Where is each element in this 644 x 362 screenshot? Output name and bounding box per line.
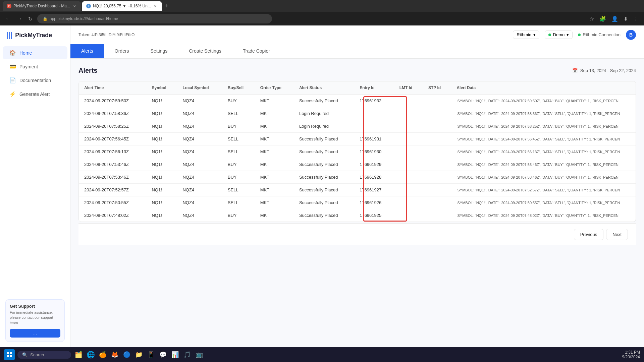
sidebar-nav: 🏠 Home 💳 Payment 📄 Documentation ⚡ Gener…	[0, 46, 70, 101]
tab-close-1[interactable]: ✕	[72, 4, 77, 8]
sidebar-item-payment[interactable]: 💳 Payment	[3, 60, 67, 73]
cell-buy-sell: BUY	[222, 158, 255, 171]
cell-alert-data: 'SYMBOL': 'NQ1!', 'DATE': '2024-09-20T07…	[451, 145, 636, 158]
cell-order-type: MKT	[255, 171, 294, 184]
cell-buy-sell: BUY	[222, 95, 255, 107]
cell-stp-id	[423, 171, 451, 184]
cell-alert-status: Successfully Placed	[294, 158, 354, 171]
url-text: app.pickmytrade.io/#/dashboard/home	[50, 16, 118, 21]
taskbar-app2-icon[interactable]: 🔵	[122, 350, 131, 359]
sidebar-item-documentation[interactable]: 📄 Documentation	[3, 74, 67, 87]
taskbar-app8-icon[interactable]: 📺	[195, 350, 204, 359]
cell-alert-time: 2024-09-20T07:53:46Z	[79, 171, 146, 184]
cell-alert-data: 'SYMBOL': 'NQ1!', 'DATE': '2024-09-20T07…	[451, 158, 636, 171]
user-avatar[interactable]: B	[626, 30, 636, 40]
date-range-text: Sep 13, 2024 - Sep 22, 2024	[580, 68, 636, 73]
tab-trade-copier[interactable]: Trade Copier	[232, 44, 281, 58]
page-title: Alerts	[78, 67, 98, 74]
cell-entry-id: 176961929	[354, 158, 394, 171]
taskbar-explorer-icon[interactable]: 🗂️	[74, 350, 83, 359]
url-input[interactable]: 🔒 app.pickmytrade.io/#/dashboard/home	[37, 14, 272, 23]
table-row: 2024-09-20T07:58:25Z NQ1! NQZ4 BUY MKT L…	[79, 120, 636, 133]
cell-stp-id	[423, 158, 451, 171]
taskbar-app7-icon[interactable]: 🎵	[182, 350, 192, 359]
col-lmt-id: LMT Id	[394, 81, 423, 95]
cell-entry-id	[354, 120, 394, 133]
tab-icon-pickmytrade: P	[7, 4, 11, 8]
new-tab-button[interactable]: +	[163, 3, 171, 10]
tab-nq[interactable]: T NQ1! 20,056.75 ▼ −0.16% Un... ✕	[82, 1, 162, 11]
time-display: 1:31 PM	[622, 350, 640, 355]
tab-settings[interactable]: Settings	[140, 44, 178, 58]
extensions-icon[interactable]: 🧩	[598, 14, 607, 23]
start-button[interactable]	[4, 349, 15, 360]
cell-alert-data: 'SYMBOL': 'NQ1!', 'DATE': '2024-09-20T07…	[451, 184, 636, 196]
forward-button[interactable]: →	[15, 14, 23, 23]
back-button[interactable]: ←	[4, 14, 12, 23]
cell-local-symbol: NQZ4	[177, 133, 222, 145]
cell-lmt-id	[394, 158, 423, 171]
cell-entry-id: 176961927	[354, 184, 394, 196]
browser-chrome: P PickMyTrade Dashboard - Ma... ✕ T NQ1!…	[0, 0, 644, 12]
connection-badge: Rithmic Connection	[578, 32, 621, 37]
tab-create-settings[interactable]: Create Settings	[178, 44, 232, 58]
profile-icon[interactable]: 👤	[610, 14, 620, 23]
cell-symbol: NQ1!	[146, 120, 177, 133]
support-button[interactable]: ...	[10, 329, 60, 338]
cell-alert-data: 'SYMBOL': 'NQ1!', 'DATE': '2024-09-20T07…	[451, 209, 636, 222]
broker-select[interactable]: Rithmic ▾	[513, 31, 539, 39]
taskbar-app6-icon[interactable]: 📊	[170, 350, 180, 359]
taskbar-app3-icon[interactable]: 📁	[134, 350, 144, 359]
date-range: 📅 Sep 13, 2024 - Sep 22, 2024	[572, 68, 636, 73]
cell-alert-time: 2024-09-20T07:56:45Z	[79, 133, 146, 145]
cell-local-symbol: NQZ4	[177, 145, 222, 158]
cell-buy-sell: SELL	[222, 145, 255, 158]
cell-buy-sell: SELL	[222, 196, 255, 209]
svg-rect-2	[7, 355, 9, 357]
demo-badge: Demo ▾	[545, 31, 573, 39]
next-button[interactable]: Next	[606, 229, 628, 240]
token-display: Token: 4tPt3t5tLtDtYt9tFtItFtItO	[78, 33, 135, 37]
reload-button[interactable]: ↻	[27, 14, 34, 23]
taskbar-app1-icon[interactable]: 🦊	[110, 350, 119, 359]
previous-button[interactable]: Previous	[574, 229, 604, 240]
tab-pickmytrade[interactable]: P PickMyTrade Dashboard - Ma... ✕	[3, 1, 81, 11]
table-row: 2024-09-20T07:48:02Z NQ1! NQZ4 BUY MKT S…	[79, 209, 636, 222]
tab-orders[interactable]: Orders	[104, 44, 140, 58]
cell-entry-id: 176961932	[354, 95, 394, 107]
taskbar: 🔍 Search 🗂️ 🌐 🍊 🦊 🔵 📁 📱 💬 📊 🎵 📺 1:31 PM …	[0, 347, 644, 362]
download-icon[interactable]: ⬇	[622, 14, 629, 23]
cell-alert-status: Successfully Placed	[294, 145, 354, 158]
cell-stp-id	[423, 184, 451, 196]
cell-alert-data: 'SYMBOL': 'NQ1!', 'DATE': '2024-09-20T07…	[451, 133, 636, 145]
sidebar-item-home[interactable]: 🏠 Home	[3, 46, 67, 59]
cell-lmt-id	[394, 95, 423, 107]
cell-alert-data: 'SYMBOL': 'NQ1!', 'DATE': '2024-09-20T07…	[451, 120, 636, 133]
taskbar-app4-icon[interactable]: 📱	[146, 350, 156, 359]
cell-buy-sell: SELL	[222, 184, 255, 196]
taskbar-chrome-icon[interactable]: 🌐	[86, 350, 95, 359]
star-icon[interactable]: ☆	[588, 14, 595, 23]
documentation-icon: 📄	[9, 77, 16, 83]
cell-entry-id: 176961931	[354, 133, 394, 145]
taskbar-fruit-icon[interactable]: 🍊	[98, 350, 107, 359]
pagination: Previous Next	[78, 223, 636, 245]
content-area: Alerts 📅 Sep 13, 2024 - Sep 22, 2024 Ale…	[70, 59, 644, 347]
taskbar-app5-icon[interactable]: 💬	[158, 350, 168, 359]
cell-symbol: NQ1!	[146, 171, 177, 184]
cell-buy-sell: SELL	[222, 107, 255, 120]
tab-alerts[interactable]: Alerts	[70, 44, 104, 58]
sidebar-item-documentation-label: Documentation	[19, 78, 51, 83]
cell-buy-sell: BUY	[222, 120, 255, 133]
tab-close-2[interactable]: ✕	[153, 4, 158, 8]
cell-alert-time: 2024-09-20T07:52:57Z	[79, 184, 146, 196]
cell-lmt-id	[394, 209, 423, 222]
demo-dot	[548, 34, 551, 36]
taskbar-search[interactable]: 🔍 Search	[17, 351, 71, 359]
sidebar-footer: Get Support For immediate assistance, pl…	[0, 294, 70, 342]
cell-lmt-id	[394, 171, 423, 184]
menu-icon[interactable]: ⋮	[632, 14, 640, 23]
sidebar-item-generate-alert[interactable]: ⚡ Generate Alert	[3, 87, 67, 101]
main-content: Token: 4tPt3t5tLtDtYt9tFtItFtItO Rithmic…	[70, 25, 644, 347]
cell-lmt-id	[394, 133, 423, 145]
